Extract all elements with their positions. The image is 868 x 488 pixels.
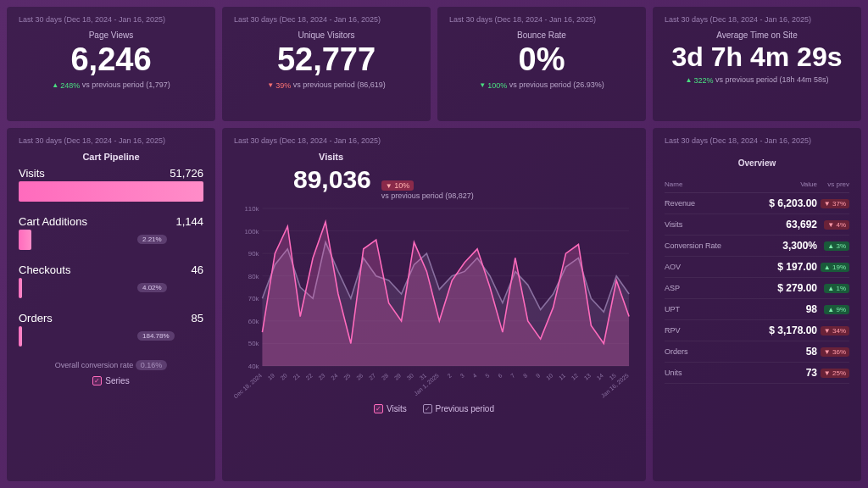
kpi-title: Bounce Rate xyxy=(449,30,634,40)
svg-text:19: 19 xyxy=(267,372,275,381)
chart-plot: 110k100k90k80k70k60k50k40kDec 18, 202419… xyxy=(234,203,634,398)
funnel-pct-badge: 2.21% xyxy=(137,235,167,244)
kpi-title: Unique Visitors xyxy=(234,30,419,40)
date-range: Last 30 days (Dec 18, 2024 - Jan 16, 202… xyxy=(449,15,634,24)
kpi-avg-time[interactable]: Last 30 days (Dec 18, 2024 - Jan 16, 202… xyxy=(653,7,861,121)
svg-text:24: 24 xyxy=(330,372,338,381)
kpi-value: 52,777 xyxy=(234,43,419,75)
kpi-bounce-rate[interactable]: Last 30 days (Dec 18, 2024 - Jan 16, 202… xyxy=(437,7,646,121)
funnel-pct-badge: 184.78% xyxy=(137,331,175,341)
svg-text:Dec 18, 2024: Dec 18, 2024 xyxy=(234,372,263,398)
checkbox-icon[interactable]: ✓ xyxy=(423,404,432,413)
date-range: Last 30 days (Dec 18, 2024 - Jan 16, 202… xyxy=(19,136,203,145)
svg-text:30: 30 xyxy=(406,372,415,381)
funnel-bar: 184.78% xyxy=(19,326,203,350)
chart-value: 89,036 xyxy=(293,165,371,194)
trend-down-badge: ▼ 10% xyxy=(381,180,414,191)
svg-text:25: 25 xyxy=(342,372,351,381)
overview-body: Revenue$ 6,203.00▼ 37%Visits63,692▼ 4%Co… xyxy=(665,193,849,384)
svg-text:13: 13 xyxy=(583,372,592,381)
kpi-unique-visitors[interactable]: Last 30 days (Dec 18, 2024 - Jan 16, 202… xyxy=(222,7,431,121)
svg-text:22: 22 xyxy=(304,372,313,381)
svg-text:21: 21 xyxy=(292,372,301,381)
svg-text:6: 6 xyxy=(497,372,503,379)
funnel-pct-badge: 4.02% xyxy=(137,283,167,292)
cart-pipeline-card[interactable]: Last 30 days (Dec 18, 2024 - Jan 16, 202… xyxy=(7,128,215,481)
kpi-value: 6,246 xyxy=(19,43,203,75)
date-range: Last 30 days (Dec 18, 2024 - Jan 16, 202… xyxy=(665,136,849,145)
visits-chart-card[interactable]: Last 30 days (Dec 18, 2024 - Jan 16, 202… xyxy=(222,128,646,481)
funnel-bar: 2.21% xyxy=(19,230,203,253)
overview-row: Orders58▼ 36% xyxy=(665,341,849,363)
svg-text:110k: 110k xyxy=(244,205,259,213)
trend-down-icon: ▼39% xyxy=(267,81,291,90)
svg-text:60k: 60k xyxy=(248,318,259,325)
svg-text:29: 29 xyxy=(393,372,402,381)
kpi-title: Average Time on Site xyxy=(665,30,849,40)
svg-text:3: 3 xyxy=(459,372,465,379)
funnel-stage: Orders85 xyxy=(19,312,203,324)
overview-row: RPV$ 3,178.00▼ 34% xyxy=(665,320,849,341)
chart-legend: ✓Visits ✓Previous period xyxy=(234,403,634,413)
svg-text:10: 10 xyxy=(545,372,554,381)
kpi-change: ▼39% vs previous period (86,619) xyxy=(234,80,419,90)
funnel-stage: Visits51,726 xyxy=(19,167,203,180)
svg-text:50k: 50k xyxy=(248,340,259,347)
date-range: Last 30 days (Dec 18, 2024 - Jan 16, 202… xyxy=(665,15,849,24)
svg-text:90k: 90k xyxy=(248,250,259,258)
svg-text:26: 26 xyxy=(355,372,364,381)
dashboard-grid: Last 30 days (Dec 18, 2024 - Jan 16, 202… xyxy=(7,7,861,481)
trend-up-icon: ▲248% xyxy=(52,81,80,90)
kpi-title: Page Views xyxy=(19,30,203,40)
svg-text:12: 12 xyxy=(570,372,579,381)
funnel-bar: 4.02% xyxy=(19,278,203,302)
overview-header: Name Value vs prev xyxy=(665,176,849,193)
svg-text:100k: 100k xyxy=(244,228,259,236)
svg-text:9: 9 xyxy=(535,372,541,379)
overview-title: Overview xyxy=(665,158,849,168)
overview-row: Visits63,692▼ 4% xyxy=(665,214,849,236)
svg-text:11: 11 xyxy=(558,372,566,381)
funnel-stage: Cart Additions1,144 xyxy=(19,215,203,228)
funnel-stage: Checkouts46 xyxy=(19,263,203,276)
overview-row: Conversion Rate3,300%▲ 3% xyxy=(665,236,849,257)
overview-card[interactable]: Last 30 days (Dec 18, 2024 - Jan 16, 202… xyxy=(653,128,861,481)
funnel-title: Cart Pipeline xyxy=(19,152,203,162)
overview-row: Units73▼ 25% xyxy=(665,363,849,384)
svg-text:31: 31 xyxy=(419,372,427,381)
svg-text:27: 27 xyxy=(368,372,376,381)
svg-text:23: 23 xyxy=(317,372,326,381)
kpi-value: 0% xyxy=(449,43,634,75)
svg-text:8: 8 xyxy=(522,372,528,379)
overview-row: ASP$ 279.00▲ 1% xyxy=(665,278,849,299)
funnel-legend: ✓Series xyxy=(19,375,203,385)
date-range: Last 30 days (Dec 18, 2024 - Jan 16, 202… xyxy=(19,15,203,24)
svg-text:70k: 70k xyxy=(248,295,259,302)
chart-title: Visits xyxy=(319,152,634,162)
svg-text:2: 2 xyxy=(446,372,452,379)
svg-text:20: 20 xyxy=(280,372,288,381)
funnel-footer: Overall conversion rate 0.16% xyxy=(19,360,203,370)
overall-conversion-badge: 0.16% xyxy=(136,360,168,370)
funnel-bar xyxy=(19,181,203,205)
kpi-change: ▲322% vs previous period (18h 44m 58s) xyxy=(665,75,849,85)
svg-text:4: 4 xyxy=(471,372,477,379)
svg-text:28: 28 xyxy=(381,372,389,381)
trend-down-good-icon: ▼100% xyxy=(479,81,507,90)
checkbox-icon[interactable]: ✓ xyxy=(374,404,383,413)
svg-text:7: 7 xyxy=(509,372,515,379)
kpi-page-views[interactable]: Last 30 days (Dec 18, 2024 - Jan 16, 202… xyxy=(7,7,215,121)
svg-text:80k: 80k xyxy=(248,273,259,280)
overview-row: UPT98▲ 9% xyxy=(665,299,849,320)
chart-header: 89,036 ▼ 10% vs previous period (98,827) xyxy=(234,165,634,200)
overview-row: Revenue$ 6,203.00▼ 37% xyxy=(665,193,849,214)
funnel-body: Visits51,726Cart Additions1,1442.21%Chec… xyxy=(19,167,203,350)
kpi-change: ▲248% vs previous period (1,797) xyxy=(19,80,203,90)
trend-up-icon: ▲322% xyxy=(685,76,713,85)
chart-note: vs previous period (98,827) xyxy=(381,191,474,200)
svg-text:14: 14 xyxy=(596,372,604,381)
date-range: Last 30 days (Dec 18, 2024 - Jan 16, 202… xyxy=(234,15,419,24)
svg-text:5: 5 xyxy=(484,372,490,379)
svg-text:40k: 40k xyxy=(248,363,259,370)
checkbox-icon[interactable]: ✓ xyxy=(92,376,102,385)
